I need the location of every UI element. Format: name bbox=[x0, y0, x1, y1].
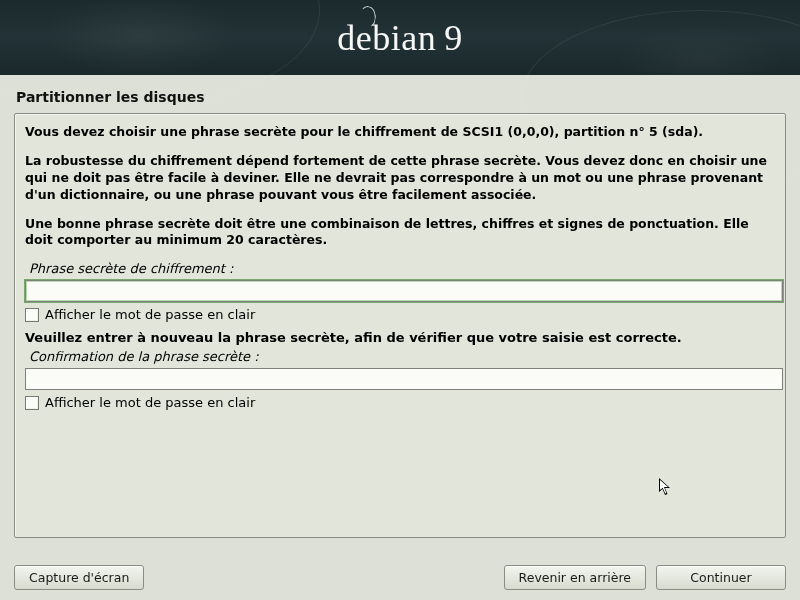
passphrase-confirm-input[interactable] bbox=[25, 368, 783, 390]
passphrase-label: Phrase secrète de chiffrement : bbox=[29, 261, 777, 276]
header-banner: debian 9 bbox=[0, 0, 800, 75]
show-password-label-1: Afficher le mot de passe en clair bbox=[45, 307, 255, 322]
brand-version: 9 bbox=[444, 17, 463, 59]
show-password-label-2: Afficher le mot de passe en clair bbox=[45, 395, 255, 410]
continue-button[interactable]: Continuer bbox=[656, 565, 786, 590]
brand-name: debian bbox=[337, 17, 436, 59]
show-password-checkbox-2[interactable] bbox=[25, 396, 39, 410]
confirm-label: Confirmation de la phrase secrète : bbox=[29, 349, 777, 364]
confirm-prompt: Veuillez entrer à nouveau la phrase secr… bbox=[25, 330, 775, 345]
instruction-3: Une bonne phrase secrète doit être une c… bbox=[25, 216, 775, 250]
bottom-bar: Capture d'écran Revenir en arrière Conti… bbox=[0, 559, 800, 600]
screenshot-button[interactable]: Capture d'écran bbox=[14, 565, 144, 590]
passphrase-input[interactable] bbox=[25, 280, 783, 302]
show-password-checkbox-1[interactable] bbox=[25, 308, 39, 322]
go-back-button[interactable]: Revenir en arrière bbox=[504, 565, 646, 590]
brand: debian 9 bbox=[337, 17, 462, 59]
